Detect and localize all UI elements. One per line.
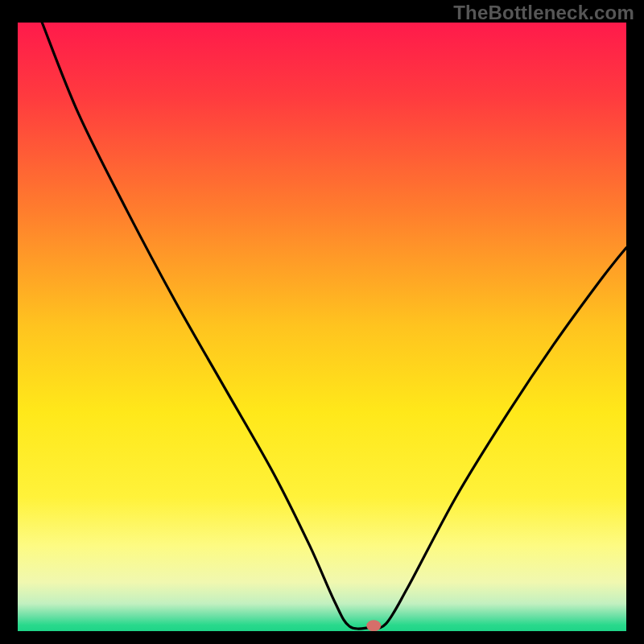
chart-frame: TheBottleneck.com [0, 0, 644, 644]
gradient-background [18, 23, 626, 631]
bottleneck-chart [18, 23, 626, 631]
watermark-text: TheBottleneck.com [453, 2, 634, 24]
optimum-marker [366, 620, 381, 631]
plot-area [18, 23, 626, 631]
